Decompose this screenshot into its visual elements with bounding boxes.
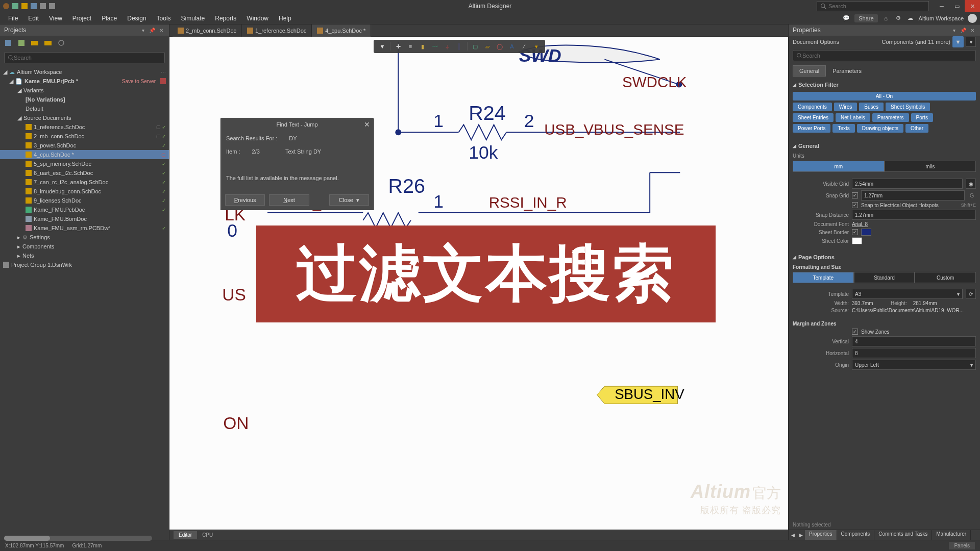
menu-file[interactable]: File <box>3 13 23 23</box>
properties-search-input[interactable] <box>802 53 972 59</box>
minimize-button[interactable]: ─ <box>934 0 949 12</box>
snap-distance-input[interactable]: 1.27mm <box>852 210 976 220</box>
snap-electrical-checkbox[interactable] <box>852 202 858 208</box>
template-select[interactable]: A3▾ <box>852 289 963 299</box>
nav-tab-components[interactable]: Components <box>837 530 875 540</box>
doc-item[interactable]: 6_uart_esc_i2c.SchDoc✓ <box>0 168 169 178</box>
tab-parameters[interactable]: Parameters <box>826 65 868 77</box>
workspace-label[interactable]: Altium Workspace <box>919 15 964 21</box>
maximize-button[interactable]: ▭ <box>949 0 965 12</box>
menu-place[interactable]: Place <box>96 13 122 23</box>
cpu-tab[interactable]: CPU <box>197 531 218 539</box>
global-search-input[interactable] <box>828 3 925 9</box>
sheet-color-swatch[interactable] <box>852 237 862 244</box>
open-icon[interactable] <box>21 3 28 9</box>
menu-help[interactable]: Help <box>274 13 297 23</box>
fmt-template-button[interactable]: Template <box>793 272 854 283</box>
components-node[interactable]: ▸Components <box>0 242 169 251</box>
user-avatar[interactable] <box>968 14 977 23</box>
menu-window[interactable]: Window <box>241 13 274 23</box>
redo-icon[interactable] <box>49 3 55 9</box>
gnd-icon[interactable]: ⏚ <box>443 42 452 51</box>
settings-node[interactable]: ▸⚙Settings <box>0 233 169 242</box>
doc-item-active[interactable]: 4_cpu.SchDoc *▢ <box>0 150 169 159</box>
doc-item[interactable]: 1_reference.SchDoc▢✓ <box>0 122 169 132</box>
menu-design[interactable]: Design <box>122 13 151 23</box>
projects-search[interactable] <box>4 52 165 63</box>
filter-pill[interactable]: Texts <box>832 124 854 133</box>
nav-tab-properties[interactable]: Properties <box>805 530 837 540</box>
origin-select[interactable]: Upper Left▾ <box>852 360 976 370</box>
global-search[interactable] <box>817 1 929 11</box>
menu-reports[interactable]: Reports <box>210 13 241 23</box>
workspace-node[interactable]: ◢☁ Altium Workspace ⋯ <box>0 67 169 77</box>
filter-pill[interactable]: Sheet Symbols <box>886 103 930 111</box>
find-dialog-close-icon[interactable]: ✕ <box>364 120 370 129</box>
template-refresh-icon[interactable]: ⟳ <box>966 289 976 299</box>
folder-tree-icon[interactable] <box>44 39 52 47</box>
filter-dropdown-icon[interactable]: ▾ <box>966 37 976 47</box>
undo-icon[interactable] <box>40 3 46 9</box>
sheet-border-checkbox[interactable] <box>852 229 858 235</box>
source-docs-node[interactable]: ◢Source Documents <box>0 113 169 122</box>
document-tab-active[interactable]: 4_cpu.SchDoc * <box>312 24 371 37</box>
pcbdoc-item[interactable]: Kame_FMU.PcbDoc✓ <box>0 205 169 214</box>
selection-filter-header[interactable]: ◢Selection Filter <box>793 80 976 90</box>
more-tools-icon[interactable]: ▾ <box>532 42 541 51</box>
cross-select-icon[interactable]: ✚ <box>394 42 403 51</box>
fmt-standard-button[interactable]: Standard <box>854 272 915 283</box>
doc-item[interactable]: 8_imudebug_conn.SchDoc✓ <box>0 187 169 196</box>
filter-pill[interactable]: Ports <box>911 113 933 122</box>
projects-hscroll[interactable] <box>4 536 152 541</box>
filter-pill[interactable]: Drawing objects <box>857 124 903 133</box>
menu-project[interactable]: Project <box>67 13 96 23</box>
menu-view[interactable]: View <box>44 13 67 23</box>
project-group-node[interactable]: Project Group 1.DsnWrk <box>0 260 169 269</box>
nav-left-arrow-icon[interactable]: ◀ <box>789 530 797 540</box>
doc-item[interactable]: 3_power.SchDoc✓ <box>0 141 169 150</box>
gear-icon[interactable] <box>57 39 65 47</box>
general-section-header[interactable]: ◢General <box>793 141 976 151</box>
find-next-button[interactable]: Next <box>269 194 309 206</box>
close-button[interactable]: ✕ <box>965 0 980 12</box>
nav-right-arrow-icon[interactable]: ▶ <box>797 530 805 540</box>
horizontal-input[interactable]: 8 <box>852 348 976 358</box>
filter-pill[interactable]: Parameters <box>872 113 909 122</box>
filter-pill[interactable]: Wires <box>834 103 857 111</box>
panels-button[interactable]: Panels <box>949 542 975 549</box>
blanket-icon[interactable]: ◯ <box>495 42 504 51</box>
doc-item[interactable]: 9_licenses.SchDoc✓ <box>0 196 169 205</box>
filter-pill[interactable]: Buses <box>859 103 884 111</box>
wire-icon[interactable]: 〰 <box>430 42 439 51</box>
editor-tab[interactable]: Editor <box>174 531 197 539</box>
settings-gear-icon[interactable]: ⚙ <box>894 14 902 22</box>
share-button[interactable]: Share <box>854 14 877 22</box>
menu-edit[interactable]: Edit <box>23 13 44 23</box>
bomdoc-item[interactable]: Kame_FMU.BomDoc <box>0 214 169 223</box>
projects-search-input[interactable] <box>14 55 161 61</box>
panel-pin-icon[interactable]: 📌 <box>960 27 967 34</box>
variants-node[interactable]: ◢Variants <box>0 86 169 95</box>
list-icon[interactable]: ≡ <box>406 42 415 51</box>
text-icon[interactable]: A <box>507 42 517 51</box>
document-font-link[interactable]: Arial, 8 <box>852 221 976 227</box>
vertical-input[interactable]: 4 <box>852 336 976 346</box>
nav-tab-comments[interactable]: Comments and Tasks <box>874 530 932 540</box>
properties-search[interactable] <box>793 50 976 61</box>
note-icon[interactable]: ▱ <box>483 42 492 51</box>
sheet-border-color-swatch[interactable] <box>861 229 871 236</box>
panel-close-icon[interactable]: ✕ <box>158 27 165 34</box>
save-icon[interactable] <box>31 3 37 9</box>
doc-item[interactable]: 5_spi_memory.SchDoc✓ <box>0 159 169 168</box>
save-all-icon[interactable] <box>4 39 12 47</box>
snap-grid-input[interactable]: 1.27mm <box>861 190 965 201</box>
units-mils-button[interactable]: mils <box>885 161 976 172</box>
visible-grid-toggle-icon[interactable]: ◉ <box>966 179 976 189</box>
nav-tab-manufacturer[interactable]: Manufacturer <box>932 530 971 540</box>
tab-general[interactable]: General <box>793 65 826 77</box>
snap-grid-checkbox[interactable] <box>852 192 858 198</box>
align-icon[interactable]: ▮ <box>418 42 427 51</box>
show-zones-checkbox[interactable] <box>852 329 858 335</box>
compile-icon[interactable] <box>17 39 26 47</box>
find-close-button[interactable]: Close▾ <box>329 194 369 206</box>
